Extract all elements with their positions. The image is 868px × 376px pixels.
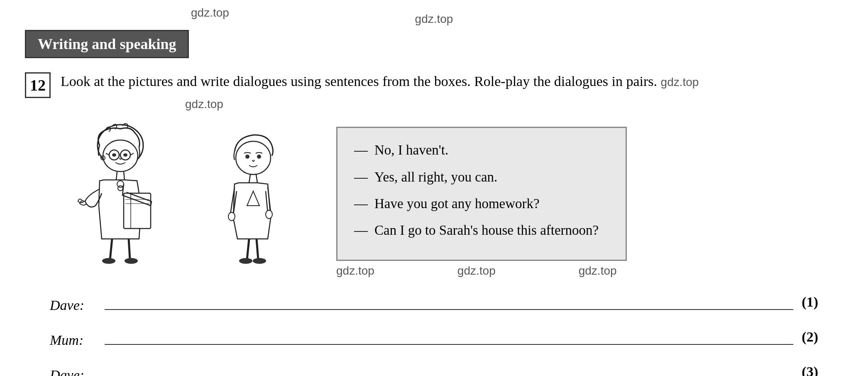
svg-line-26 (256, 174, 257, 183)
dialog-text-4: Can I go to Sarah's house this afternoon… (374, 221, 599, 240)
speaker-dave-1: Dave: (50, 297, 100, 313)
writing-line-3[interactable] (105, 364, 793, 376)
lines-section: Dave: (1) Mum: (2) Dave: (3) gdz.top gdz… (50, 294, 818, 376)
svg-line-19 (129, 239, 130, 260)
dash-4: — (354, 221, 368, 240)
watermark-d1: gdz.top (336, 264, 374, 278)
svg-point-21 (125, 258, 138, 264)
dialog-line-2: — Yes, all right, you can. (354, 167, 609, 187)
dialog-text-1: No, I haven't. (374, 140, 448, 160)
svg-rect-14 (124, 193, 151, 229)
exercise-number: 12 (25, 72, 51, 98)
dash-2: — (354, 167, 368, 187)
dialogue-entry-2: Mum: (2) (50, 329, 818, 348)
svg-point-8 (123, 153, 127, 157)
svg-point-33 (253, 258, 266, 264)
section-title-box: Writing and speaking (25, 30, 189, 58)
speaker-mum-1: Mum: (50, 332, 100, 348)
dialog-line-4: — Can I go to Sarah's house this afterno… (354, 221, 609, 240)
svg-line-31 (257, 239, 258, 260)
svg-point-24 (257, 155, 261, 159)
dialogue-entry-3: Dave: (3) (50, 364, 818, 376)
svg-point-28 (228, 212, 235, 221)
svg-line-18 (110, 239, 112, 260)
svg-line-11 (124, 172, 125, 180)
svg-point-29 (266, 210, 272, 219)
svg-line-30 (247, 239, 249, 260)
dialog-text-3: Have you got any homework? (374, 194, 540, 213)
dash-1: — (354, 140, 368, 160)
section-title: Writing and speaking (38, 36, 176, 52)
illustrations (62, 123, 311, 264)
watermark-inline-2: gdz.top (185, 95, 223, 113)
figure-man (195, 123, 311, 264)
dialog-text-2: Yes, all right, you can. (374, 167, 497, 187)
svg-line-25 (249, 174, 250, 183)
dialogue-entry-1: Dave: (1) (50, 294, 818, 313)
watermark-top: gdz.top (415, 12, 453, 26)
figure-woman (62, 123, 178, 264)
main-content: gdz.top — No, I haven't. — Yes, all righ… (62, 123, 843, 278)
dash-3: — (354, 194, 368, 213)
page: gdz.top Writing and speaking 12 Look at … (0, 0, 868, 376)
svg-point-23 (245, 155, 249, 159)
svg-point-22 (236, 141, 271, 174)
writing-line-2[interactable] (105, 329, 793, 345)
header-bar: Writing and speaking (25, 30, 843, 58)
svg-point-32 (239, 258, 252, 264)
line-number-1: (1) (802, 294, 818, 310)
watermarks-dialog-row: gdz.top gdz.top gdz.top (336, 264, 627, 278)
dialog-box: — No, I haven't. — Yes, all right, you c… (336, 127, 627, 261)
line-number-3: (3) (802, 364, 818, 376)
watermark-inline-1: gdz.top (661, 73, 699, 91)
svg-point-20 (102, 258, 115, 264)
line-number-2: (2) (802, 329, 818, 345)
watermark-figures: gdz.top (191, 6, 229, 20)
watermark-d2: gdz.top (457, 264, 496, 278)
writing-line-1[interactable] (105, 294, 793, 310)
exercise-instructions: Look at the pictures and write dialogues… (61, 71, 843, 114)
exercise-row: 12 Look at the pictures and write dialog… (25, 71, 843, 114)
svg-line-10 (116, 172, 117, 180)
speaker-dave-2: Dave: (50, 367, 100, 376)
dialog-line-1: — No, I haven't. (354, 140, 609, 160)
svg-point-7 (112, 153, 116, 157)
dialog-line-3: — Have you got any homework? (354, 194, 609, 213)
watermark-d3: gdz.top (579, 264, 617, 278)
